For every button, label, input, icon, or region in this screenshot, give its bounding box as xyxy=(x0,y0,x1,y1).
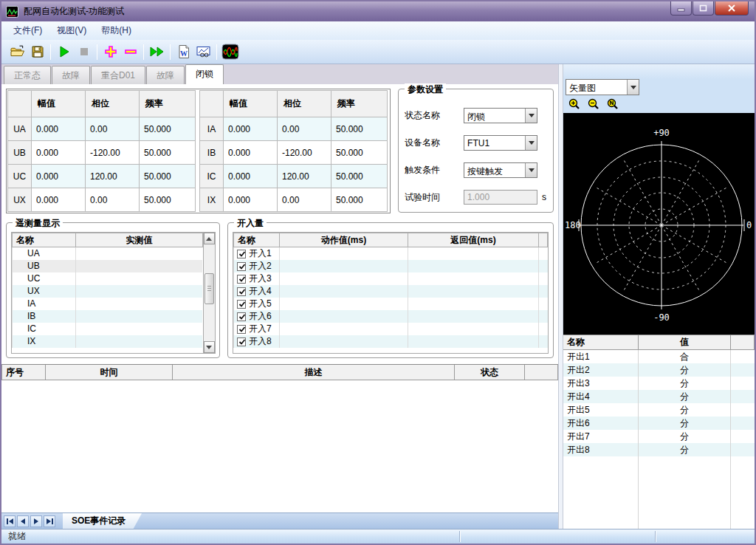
telemetry-row[interactable]: IX xyxy=(13,335,203,348)
phasor-cell[interactable]: 50.000 xyxy=(140,141,196,165)
checkbox[interactable] xyxy=(237,287,246,296)
state-tab[interactable]: 闭锁 xyxy=(185,64,224,84)
menu-item[interactable]: 帮助(H) xyxy=(94,21,139,40)
phasor-cell[interactable]: 0.00 xyxy=(278,117,331,141)
phasor-cell[interactable]: 0.000 xyxy=(32,141,86,165)
digital-output-row: 开出2分 xyxy=(563,363,755,377)
channel-label: UX xyxy=(8,188,32,212)
telemetry-table: 名称 实测值 UAUBUCUXIAIBICIX xyxy=(12,233,203,348)
state-tab[interactable]: 故障 xyxy=(146,66,185,84)
phasor-cell[interactable]: 0.000 xyxy=(224,188,278,212)
digital-output-row: 开出4分 xyxy=(563,390,755,403)
remove-state-button[interactable] xyxy=(120,42,140,62)
phasor-cell[interactable]: 50.000 xyxy=(331,188,388,212)
scroll-up-icon[interactable] xyxy=(204,233,215,244)
params-groupbox: 参数设置 状态名称 闭锁 设备名称 FTU1 xyxy=(398,89,554,213)
first-page-icon[interactable] xyxy=(4,515,16,527)
checkbox[interactable] xyxy=(237,325,246,334)
chevron-down-icon[interactable] xyxy=(627,80,639,95)
data-view-button[interactable] xyxy=(193,42,213,62)
output-name: 开出5 xyxy=(563,403,639,417)
phasor-cell[interactable]: 50.000 xyxy=(331,141,388,165)
column-header: 值 xyxy=(639,335,731,350)
phasor-cell[interactable]: -120.00 xyxy=(86,141,140,165)
zoom-in-icon[interactable] xyxy=(568,98,580,110)
last-page-icon[interactable] xyxy=(44,515,55,527)
telemetry-value xyxy=(76,272,203,285)
column-header xyxy=(525,365,558,380)
word-report-button[interactable]: W xyxy=(173,42,193,62)
phasor-cell[interactable]: 50.000 xyxy=(140,117,196,141)
device-name-select[interactable]: FTU1 xyxy=(464,135,537,151)
chevron-down-icon[interactable] xyxy=(525,109,537,123)
telemetry-row[interactable]: IC xyxy=(13,323,203,335)
state-tab[interactable]: 故障 xyxy=(52,66,90,84)
checkbox[interactable] xyxy=(237,262,246,271)
phasor-cell[interactable]: 0.000 xyxy=(224,165,278,188)
trigger-select[interactable]: 按键触发 xyxy=(464,162,537,178)
state-tab[interactable]: 重合D01 xyxy=(91,66,145,84)
phasor-cell[interactable]: 50.000 xyxy=(331,117,388,141)
open-file-button[interactable] xyxy=(7,42,27,62)
checkbox[interactable] xyxy=(237,312,246,321)
telemetry-row[interactable]: UX xyxy=(13,285,203,298)
phasor-cell[interactable]: 0.000 xyxy=(224,141,278,165)
add-state-button[interactable] xyxy=(100,42,120,62)
telemetry-row[interactable]: UC xyxy=(13,272,203,285)
checkbox[interactable] xyxy=(237,275,246,284)
phasor-cell[interactable]: 0.00 xyxy=(278,188,331,212)
phasor-cell[interactable]: 0.00 xyxy=(86,117,140,141)
menu-item[interactable]: 文件(F) xyxy=(6,21,49,40)
telemetry-row[interactable]: UA xyxy=(13,247,203,260)
phasor-cell[interactable]: 0.00 xyxy=(86,188,140,212)
checkbox[interactable] xyxy=(237,250,246,258)
prev-page-icon[interactable] xyxy=(17,515,29,527)
telemetry-row[interactable]: UB xyxy=(13,260,203,272)
next-page-icon[interactable] xyxy=(30,515,42,527)
phasor-cell[interactable]: 120.00 xyxy=(86,165,140,188)
checkbox[interactable] xyxy=(237,300,246,309)
digital-input-row: 开入5 xyxy=(234,298,548,310)
return-value-cell xyxy=(408,323,539,335)
scrollbar-thumb[interactable] xyxy=(205,273,214,304)
tab-soe-events[interactable]: SOE事件记录 xyxy=(63,513,142,529)
telemetry-scrollbar[interactable] xyxy=(203,233,215,353)
phasor-cell[interactable]: 120.00 xyxy=(278,165,331,188)
toolbar-separator xyxy=(97,44,97,60)
output-value: 分 xyxy=(639,443,731,456)
minimize-button[interactable] xyxy=(670,1,692,16)
spacer-cell xyxy=(539,298,548,310)
spacer-cell xyxy=(731,377,755,390)
run-all-button[interactable] xyxy=(147,42,167,62)
chevron-down-icon[interactable] xyxy=(525,136,537,150)
phasor-cell[interactable]: 50.000 xyxy=(140,165,196,188)
close-button[interactable] xyxy=(715,1,749,16)
telemetry-row[interactable]: IA xyxy=(13,298,203,310)
scroll-down-icon[interactable] xyxy=(204,341,215,353)
telemetry-row[interactable]: IB xyxy=(13,310,203,323)
zoom-out-icon[interactable] xyxy=(588,98,599,110)
phasor-cell[interactable]: 0.000 xyxy=(224,117,278,141)
stop-test-button[interactable] xyxy=(74,42,94,62)
phasor-cell[interactable]: 0.000 xyxy=(32,117,86,141)
save-button[interactable] xyxy=(27,42,47,62)
field-label: 试验时间 xyxy=(405,191,464,204)
action-value-cell xyxy=(280,260,408,272)
column-header: 动作值(ms) xyxy=(280,233,408,247)
state-name-select[interactable]: 闭锁 xyxy=(464,108,537,123)
waveform-view-button[interactable] xyxy=(220,42,240,62)
phasor-cell[interactable]: 50.000 xyxy=(331,165,388,188)
maximize-button[interactable] xyxy=(693,1,714,16)
view-type-select[interactable]: 矢量图 xyxy=(566,79,639,95)
start-test-button[interactable] xyxy=(54,42,74,62)
zoom-reset-icon[interactable]: N xyxy=(607,98,619,110)
phasor-cell[interactable]: -120.00 xyxy=(278,141,331,165)
checkbox[interactable] xyxy=(237,337,246,346)
phasor-cell[interactable]: 0.000 xyxy=(32,165,86,188)
panel-splitter[interactable] xyxy=(558,64,563,529)
phasor-cell[interactable]: 0.000 xyxy=(32,188,86,212)
chevron-down-icon[interactable] xyxy=(525,163,537,177)
state-tab[interactable]: 正常态 xyxy=(4,66,51,84)
phasor-cell[interactable]: 50.000 xyxy=(140,188,196,212)
menu-item[interactable]: 视图(V) xyxy=(49,21,94,40)
